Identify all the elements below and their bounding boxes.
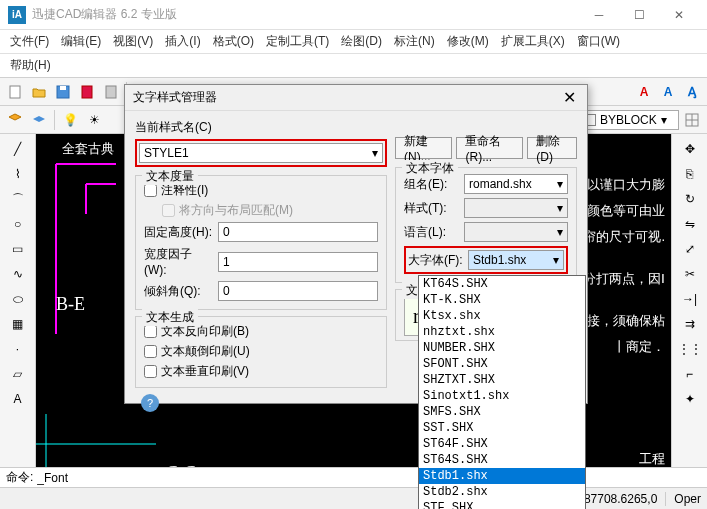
command-line[interactable]: 命令: _Font [0,467,707,487]
delete-button[interactable]: 删除(D) [527,137,577,159]
export-icon[interactable] [100,81,122,103]
bigfont-dropdown-list[interactable]: KT64S.SHXKT-K.SHXKtsx.shxnhztxt.shxNUMBE… [418,275,586,509]
dropdown-item[interactable]: SFONT.SHX [419,356,585,372]
measure-group: 文本度量 注释性(I) 将方向与布局匹配(M) 固定高度(H): 宽度因子(W)… [135,175,387,310]
trim-icon[interactable]: ✂ [677,263,703,285]
bulb-icon[interactable]: 💡 [59,109,81,131]
dropdown-item[interactable]: STF.SHX [419,500,585,509]
dropdown-item[interactable]: NUMBER.SHX [419,340,585,356]
offset-icon[interactable]: ⇉ [677,313,703,335]
dropdown-item[interactable]: Ktsx.shx [419,308,585,324]
circle-icon[interactable]: ○ [5,213,31,235]
text-a2-icon[interactable]: A [657,81,679,103]
layer2-icon[interactable] [28,109,50,131]
dialog-titlebar[interactable]: 文字样式管理器 ✕ [125,85,587,111]
cmd-label: 命令: [6,469,33,486]
pline-icon[interactable]: ⌇ [5,163,31,185]
array-icon[interactable]: ⋮⋮ [677,338,703,360]
layer-icon[interactable] [4,109,26,131]
menu-custom[interactable]: 定制工具(T) [260,31,335,52]
new-icon[interactable] [4,81,26,103]
menu-ext[interactable]: 扩展工具(X) [495,31,571,52]
minimize-button[interactable]: ─ [579,0,619,30]
annotative-check[interactable] [144,184,157,197]
help-icon[interactable]: ? [141,394,159,412]
dropdown-item[interactable]: nhztxt.shx [419,324,585,340]
new-button[interactable]: 新建(N)... [395,137,452,159]
menu-window[interactable]: 窗口(W) [571,31,626,52]
titlebar: iA 迅捷CAD编辑器 6.2 专业版 ─ ☐ ✕ [0,0,707,30]
font-name-select[interactable]: romand.shx▾ [464,174,568,194]
byblock-combo[interactable]: BYBLOCK ▾ [579,110,679,130]
pdf-icon[interactable] [76,81,98,103]
mirror-icon[interactable]: ⇋ [677,213,703,235]
text-icon[interactable]: A [5,388,31,410]
status-open: Oper [665,492,701,506]
current-style-label: 当前样式名(C) [135,119,387,136]
dropdown-item[interactable]: ST64S.SHX [419,452,585,468]
menu-insert[interactable]: 插入(I) [159,31,206,52]
maximize-button[interactable]: ☐ [619,0,659,30]
style-select[interactable]: ▾ [464,198,568,218]
dropdown-item[interactable]: Stdb2.shx [419,484,585,500]
dropdown-item[interactable]: ST64F.SHX [419,436,585,452]
menu-help[interactable]: 帮助(H) [4,55,57,76]
dropdown-item[interactable]: Sinotxt1.shx [419,388,585,404]
save-icon[interactable] [52,81,74,103]
dropdown-item[interactable]: SST.SHX [419,420,585,436]
font-name-label: 组名(E): [404,176,460,193]
hatch-icon[interactable]: ▦ [5,313,31,335]
width-factor-input[interactable] [218,252,378,272]
rect-icon[interactable]: ▭ [5,238,31,260]
dropdown-item[interactable]: SMFS.SHX [419,404,585,420]
text-a3-icon[interactable]: A̧ [681,81,703,103]
dialog-close-icon[interactable]: ✕ [559,88,579,107]
menu-file[interactable]: 文件(F) [4,31,55,52]
canvas-text-4: 分打两点，因Ⅰ [583,268,665,290]
extend-icon[interactable]: →| [677,288,703,310]
menu-mark[interactable]: 标注(N) [388,31,441,52]
menu-draw[interactable]: 绘图(D) [335,31,388,52]
menu-modify[interactable]: 修改(M) [441,31,495,52]
dropdown-item[interactable]: KT-K.SHX [419,292,585,308]
backwards-check[interactable] [144,325,157,338]
text-a-icon[interactable]: A [633,81,655,103]
fixed-height-input[interactable] [218,222,378,242]
current-style-highlight: STYLE1▾ [135,139,387,167]
close-button[interactable]: ✕ [659,0,699,30]
svg-rect-0 [10,86,20,98]
scale-icon[interactable]: ⤢ [677,238,703,260]
upside-check[interactable] [144,345,157,358]
move-icon[interactable]: ✥ [677,138,703,160]
region-icon[interactable]: ▱ [5,363,31,385]
rename-button[interactable]: 重命名(R)... [456,137,523,159]
dropdown-item[interactable]: SHZTXT.SHX [419,372,585,388]
menu-view[interactable]: 视图(V) [107,31,159,52]
status-bar: 687708.6265,0 Oper [0,487,707,509]
grid-icon[interactable] [681,109,703,131]
lang-label: 语言(L): [404,224,460,241]
vertical-check[interactable] [144,365,157,378]
current-style-select[interactable]: STYLE1▾ [139,143,383,163]
menu-format[interactable]: 格式(O) [207,31,260,52]
rotate-icon[interactable]: ↻ [677,188,703,210]
lang-select[interactable]: ▾ [464,222,568,242]
bigfont-select[interactable]: Stdb1.shx▾ [468,250,564,270]
arc-icon[interactable]: ⌒ [5,188,31,210]
left-toolbar: ╱ ⌇ ⌒ ○ ▭ ∿ ⬭ ▦ · ▱ A [0,134,36,509]
explode-icon[interactable]: ✦ [677,388,703,410]
font-group: 文本字体 组名(E): romand.shx▾ 样式(T): ▾ 语言(L): … [395,167,577,283]
sun-icon[interactable]: ☀ [83,109,105,131]
point-icon[interactable]: · [5,338,31,360]
ellipse-icon[interactable]: ⬭ [5,288,31,310]
copy-icon[interactable]: ⎘ [677,163,703,185]
line-icon[interactable]: ╱ [5,138,31,160]
gen-group: 文本生成 文本反向印刷(B) 文本颠倒印刷(U) 文本垂直印刷(V) [135,316,387,388]
fillet-icon[interactable]: ⌐ [677,363,703,385]
dropdown-item[interactable]: KT64S.SHX [419,276,585,292]
spline-icon[interactable]: ∿ [5,263,31,285]
dropdown-item[interactable]: Stdb1.shx [419,468,585,484]
oblique-input[interactable] [218,281,378,301]
open-icon[interactable] [28,81,50,103]
menu-edit[interactable]: 编辑(E) [55,31,107,52]
